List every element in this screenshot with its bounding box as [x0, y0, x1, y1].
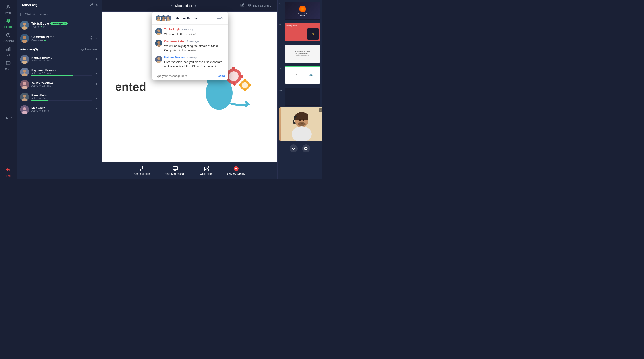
attendee-progress-raymond — [31, 75, 92, 76]
mute-cameron-btn[interactable] — [90, 36, 94, 41]
panel-header-actions: ✕ — [90, 3, 98, 7]
slide-num-6: 6 — [279, 2, 283, 5]
svg-point-10 — [91, 4, 92, 5]
chat-time-1: 5 mins ago — [182, 28, 194, 31]
svg-point-83 — [298, 122, 306, 126]
more-cameron-btn[interactable]: ⋮ — [95, 37, 98, 40]
chat-avatar-3 — [165, 15, 172, 22]
chat-trainers-label: Chat with trainers — [25, 12, 48, 16]
attendee-status-karan: Active for 7 mins — [31, 97, 92, 100]
slide-thumbnail-6[interactable]: 6 The Secrets OfThe Atom — [278, 0, 322, 22]
attendee-name-nathan: Nathan Brooks — [31, 56, 92, 59]
minimize-chat-button[interactable]: — — [217, 16, 221, 20]
mic-toggle-button[interactable] — [290, 144, 298, 152]
svg-point-0 — [8, 5, 9, 7]
screenshare-icon — [173, 166, 178, 171]
attendee-status-raymond: Active for 17 mins — [31, 72, 92, 74]
sidebar-item-invite[interactable]: Invite — [0, 2, 16, 16]
chat-time-3: 1 min ago — [186, 56, 197, 59]
trainer-item-cameron[interactable]: Cameron Peter Co-trainer In ⋮ — [17, 32, 102, 45]
slide-thumbnail-8[interactable]: 8 "Art is never finished,only abandoned.… — [278, 43, 322, 64]
progress-fill-janice — [31, 88, 66, 88]
slide-info: Slide 9 of 11 — [175, 4, 192, 8]
svg-rect-36 — [250, 4, 251, 6]
slide-thumbnail-7[interactable]: 7 Creativity is justconnecting things 🏋️ — [278, 22, 322, 43]
svg-point-60 — [158, 17, 160, 19]
video-expand-button[interactable]: ⤢ — [319, 108, 322, 112]
attendee-menu-raymond[interactable]: ⋮ — [94, 70, 98, 74]
chat-send-button[interactable]: Send — [218, 74, 225, 78]
attendee-progress-karan — [31, 100, 92, 101]
bottom-toolbar: Share Material Start Screenshare Whitebo… — [102, 162, 277, 180]
start-screenshare-button[interactable]: Start Screenshare — [164, 166, 186, 176]
trainer-role-cameron: Co-trainer In — [31, 39, 88, 42]
attendee-menu-nathan[interactable]: ⋮ — [94, 58, 98, 62]
share-material-button[interactable]: Share Material — [134, 166, 151, 176]
attendee-name-janice: Janice Vasquez — [31, 81, 92, 84]
unmute-all-button[interactable]: Unmute All — [81, 48, 98, 51]
stop-recording-button[interactable]: Stop Recording — [227, 166, 245, 175]
questions-label: Questions — [3, 40, 14, 42]
chat-msg-header-3: Nathan Brooks 1 min ago — [164, 56, 225, 59]
trainer-name-tricia: Tricia Boyle — [31, 22, 49, 25]
avatar-karan — [20, 92, 29, 102]
attendee-item-karan[interactable]: Karan Patel Active for 7 mins ⋮ — [17, 91, 102, 103]
svg-rect-86 — [294, 122, 296, 124]
next-slide-button[interactable]: › — [195, 3, 196, 8]
hide-slides-button[interactable]: Hide all slides — [248, 4, 271, 8]
attendee-menu-lisa[interactable]: ⋮ — [94, 108, 98, 112]
sidebar-item-questions[interactable]: Questions — [0, 30, 16, 44]
stop-recording-label: Stop Recording — [227, 172, 245, 175]
whiteboard-button[interactable]: Whiteboard — [200, 166, 213, 176]
main-content: ‹ Slide 9 of 11 › Hide all slides — [102, 0, 277, 180]
close-panel-button[interactable]: ✕ — [95, 3, 98, 7]
attendee-menu-karan[interactable]: ⋮ — [94, 95, 98, 99]
sidebar-item-polls[interactable]: Polls — [0, 44, 16, 58]
attendee-item-janice[interactable]: Janice Vasquez Active for 14 mins ⋮ — [17, 78, 102, 91]
attendee-name-karan: Karan Patel — [31, 94, 92, 97]
trainer-item-tricia[interactable]: Tricia Boyle Training now Trainer In — [17, 18, 102, 32]
chat-msg-content-3: Nathan Brooks 1 min ago Great session, c… — [164, 56, 225, 69]
end-icon — [6, 168, 11, 174]
chat-message-input[interactable] — [155, 74, 218, 78]
slide-thumbnail-10[interactable]: 10 — [278, 86, 322, 107]
mic-icon — [292, 147, 296, 150]
invite-label: Invite — [5, 12, 11, 14]
record-icon — [234, 166, 238, 171]
chat-with-trainers-btn[interactable]: Chat with trainers — [20, 12, 98, 16]
sidebar-item-people[interactable]: People — [0, 16, 16, 30]
chat-popup-avatars — [155, 15, 170, 22]
slide-thumbnail-9[interactable]: 9 Reimagined and Reinventedfor the cloud… — [278, 64, 322, 86]
svg-point-42 — [229, 71, 238, 81]
svg-point-33 — [23, 107, 26, 110]
svg-point-21 — [23, 57, 26, 60]
prev-slide-button[interactable]: ‹ — [171, 3, 172, 8]
questions-icon — [6, 33, 11, 39]
slide-thumb-img-8: "Art is never finished,only abandoned."L… — [285, 45, 320, 62]
progress-fill-nathan — [31, 62, 86, 63]
slide-num-9: 9 — [279, 66, 283, 70]
svg-point-82 — [302, 119, 304, 122]
pin-button[interactable] — [90, 3, 93, 7]
status-dot-cameron — [44, 40, 46, 41]
attendee-name-lisa: Lisa Clark — [31, 106, 92, 109]
attendee-menu-janice[interactable]: ⋮ — [94, 82, 98, 87]
svg-rect-90 — [304, 147, 306, 149]
attendee-item-raymond[interactable]: Raymond Powers Active for 17 mins ⋮ — [17, 66, 102, 78]
sidebar-item-end[interactable]: End — [0, 166, 16, 180]
sidebar-item-chats[interactable]: Chats — [0, 58, 16, 73]
topbar-right-actions: Hide all slides — [238, 3, 273, 8]
svg-rect-37 — [248, 6, 249, 7]
chat-message-3: Nathan Brooks 1 min ago Great session, c… — [155, 56, 225, 69]
attendee-status-lisa: Active for 5 mins — [31, 109, 92, 112]
invite-icon — [6, 4, 11, 10]
slide-text-partial: ented — [115, 80, 146, 94]
camera-toggle-button[interactable] — [302, 144, 310, 152]
attendee-info-raymond: Raymond Powers Active for 17 mins — [31, 68, 92, 76]
thumb-content-7: Creativity is justconnecting things 🏋️ — [285, 24, 320, 41]
attendee-item-nathan[interactable]: Nathan Brooks Active for 25 mins ⋮ — [17, 53, 102, 66]
chat-msg-content-2: Cameron Peter 3 mins ago We will be high… — [164, 40, 225, 52]
close-chat-button[interactable]: ✕ — [221, 16, 224, 20]
edit-icon-btn[interactable] — [240, 3, 244, 8]
attendee-item-lisa[interactable]: Lisa Clark Active for 5 mins ⋮ — [17, 103, 102, 116]
